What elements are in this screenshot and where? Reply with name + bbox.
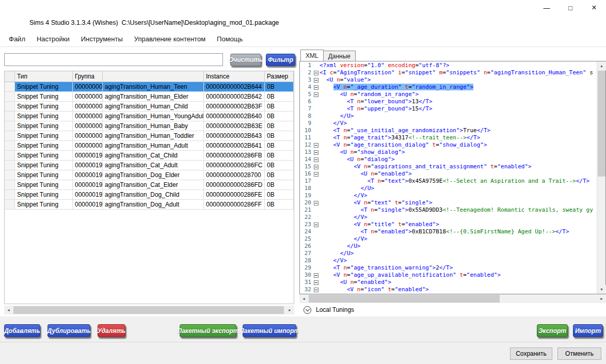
fold-toggle-icon[interactable] <box>314 172 318 177</box>
filter-button[interactable]: Фильтр <box>266 54 295 66</box>
tab-xml[interactable]: XML <box>300 50 324 61</box>
column-header-Размер[interactable]: Размер <box>265 71 294 82</box>
scroll-left-icon[interactable]: ◄ <box>4 306 13 314</box>
export-button[interactable]: Экспорт <box>537 324 568 337</box>
code-text[interactable]: </U> <box>320 243 597 250</box>
fold-toggle-icon[interactable] <box>314 150 318 155</box>
fold-toggle-icon[interactable] <box>314 157 318 162</box>
code-text[interactable]: </V> <box>320 235 597 243</box>
code-text[interactable]: <V n="age_up_available_notification" t="… <box>320 272 597 279</box>
fold-toggle-icon[interactable] <box>314 85 318 90</box>
save-button[interactable]: Сохранить <box>510 347 552 360</box>
table-row[interactable]: Snippet Tuning00000019agingTransition_Ca… <box>5 151 294 161</box>
fold-toggle-icon[interactable] <box>314 280 318 285</box>
duplicate-button[interactable]: Дублировать <box>47 324 90 337</box>
scrollbar-thumb[interactable] <box>309 295 500 303</box>
table-row[interactable]: Snippet Tuning00000019agingTransition_Ca… <box>5 180 294 190</box>
code-text[interactable]: <U n="enabled"> <box>320 279 597 286</box>
table-row[interactable]: Snippet Tuning00000019agingTransition_Ca… <box>5 161 294 170</box>
xml-editor[interactable]: 1<?xml version="1.0" encoding="utf-8"?>2… <box>299 61 606 294</box>
table-row[interactable]: Snippet Tuning00000019agingTransition_Do… <box>5 200 294 210</box>
code-text[interactable]: </U> <box>320 113 597 120</box>
delete-button[interactable]: Удалять <box>98 324 125 337</box>
code-text[interactable]: <U n="value"> <box>320 76 597 84</box>
batch-import-button[interactable]: Пакетный импорт <box>243 324 296 337</box>
code-text[interactable]: <V n="title" t="enabled"> <box>320 221 597 228</box>
fold-toggle-icon[interactable] <box>314 143 318 148</box>
fold-toggle-icon[interactable] <box>314 92 318 97</box>
menu-item-1[interactable]: Файл <box>3 34 31 44</box>
code-text[interactable]: </V> <box>320 192 597 199</box>
scroll-down-icon[interactable]: ▼ <box>597 285 606 294</box>
tab-данные[interactable]: Данные <box>323 51 356 61</box>
table-horizontal-scrollbar[interactable]: ◄ ► <box>4 306 294 314</box>
table-row[interactable]: Snippet Tuning00000000agingTransition_Hu… <box>5 102 294 112</box>
menu-item-5[interactable]: Помощь <box>211 34 248 44</box>
fold-toggle-icon[interactable] <box>314 288 318 292</box>
code-text[interactable]: <T n="age_trait">34317<!--trait_teen--><… <box>320 134 597 141</box>
code-text[interactable]: <T n="single">0x55AD9DD3<!--Teenagedom! … <box>320 207 597 214</box>
code-text[interactable]: <T n="age_transition_warning">2</T> <box>320 264 597 272</box>
local-tunings-expander[interactable]: Local Tunings <box>299 304 606 316</box>
scroll-right-icon[interactable]: ► <box>285 306 294 314</box>
menu-item-4[interactable]: Управление контентом <box>129 34 211 44</box>
editor-horizontal-scrollbar[interactable]: ◄ ► <box>299 294 606 303</box>
code-text[interactable]: <V n="text" t="single"> <box>320 199 597 207</box>
cancel-button[interactable]: Отменить <box>557 347 601 360</box>
scrollbar-thumb[interactable] <box>13 306 284 314</box>
batch-export-button[interactable]: Пакетный экспорт <box>180 324 236 337</box>
import-button[interactable]: Импорт <box>573 324 603 337</box>
menu-item-2[interactable]: Настройки <box>31 34 75 44</box>
code-text[interactable]: <T n="lower_bound">13</T> <box>320 98 597 105</box>
code-area[interactable]: 1<?xml version="1.0" encoding="utf-8"?>2… <box>300 61 597 294</box>
fold-toggle-icon[interactable] <box>314 165 318 169</box>
fold-toggle-icon[interactable] <box>314 78 318 83</box>
table-row[interactable]: Snippet Tuning00000000agingTransition_Hu… <box>5 82 294 92</box>
code-text[interactable]: </U> <box>320 250 597 257</box>
code-text[interactable]: </V> <box>320 214 597 221</box>
table-row[interactable]: Snippet Tuning00000000agingTransition_Hu… <box>5 131 294 141</box>
code-text[interactable]: <T n="enabled">0xB1CD7B18<!--{0.SimFirst… <box>320 228 597 235</box>
fold-toggle-icon[interactable] <box>314 201 318 205</box>
fold-toggle-icon[interactable] <box>314 223 318 227</box>
table-row[interactable]: Snippet Tuning00000000agingTransition_Hu… <box>5 141 294 151</box>
column-header-Группа[interactable]: Группа <box>73 71 103 82</box>
code-text[interactable]: <?xml version="1.0" encoding="utf-8"?> <box>320 62 597 69</box>
code-text[interactable]: <T n="_use_initial_age_randomization">Tr… <box>320 127 597 134</box>
fold-toggle-icon[interactable] <box>314 273 318 278</box>
table-row[interactable]: Snippet Tuning00000019agingTransition_Do… <box>5 190 294 200</box>
column-header-Instance[interactable]: Instance <box>204 71 265 82</box>
code-text[interactable]: <U n="enabled"> <box>320 170 597 178</box>
code-text[interactable]: <V n="_age_duration" t="random_in_range"… <box>320 84 597 91</box>
code-text[interactable]: <T n="upper_bound">15</T> <box>320 105 597 113</box>
clear-button[interactable]: Очистить <box>230 54 261 66</box>
table-row[interactable]: Snippet Tuning00000019agingTransition_Do… <box>5 170 294 180</box>
code-text[interactable]: <V n="age_transition_dialog" t="show_dia… <box>320 141 597 149</box>
fold-toggle-icon[interactable] <box>314 71 318 75</box>
code-text[interactable]: <I c="AgingTransition" i="snippet" m="sn… <box>320 69 597 76</box>
editor-vertical-scrollbar[interactable]: ▲ ▼ <box>597 61 605 294</box>
table-row[interactable]: Snippet Tuning00000000agingTransition_Hu… <box>5 92 294 102</box>
close-button[interactable]: × <box>582 0 606 15</box>
code-text[interactable]: <U n="random_in_range"> <box>320 91 597 98</box>
code-text[interactable]: <U n="show_dialog"> <box>320 149 597 156</box>
scroll-right-icon[interactable]: ► <box>597 294 606 303</box>
code-text[interactable]: <U n="dialog"> <box>320 156 597 163</box>
search-input[interactable] <box>4 53 223 66</box>
code-text[interactable]: </V> <box>320 257 597 264</box>
scrollbar-thumb[interactable] <box>598 71 605 177</box>
scroll-left-icon[interactable]: ◄ <box>299 294 308 303</box>
menu-item-3[interactable]: Инструменты <box>75 34 129 44</box>
code-text[interactable]: </U> <box>320 185 597 192</box>
column-header-name[interactable] <box>103 71 204 82</box>
table-row[interactable]: Snippet Tuning00000000agingTransition_Hu… <box>5 121 294 131</box>
code-text[interactable]: <V n="aspirations_and_trait_assignment" … <box>320 163 597 170</box>
scroll-up-icon[interactable]: ▲ <box>597 61 606 70</box>
column-header-Тип[interactable]: Тип <box>15 71 73 82</box>
maximize-button[interactable]: □ <box>559 0 582 15</box>
add-button[interactable]: Добавлять <box>4 324 40 337</box>
code-text[interactable]: <T n="text">0x45A9759E<!--Select an Aspi… <box>320 178 597 185</box>
code-text[interactable]: </V> <box>320 120 597 127</box>
table-row[interactable]: Snippet Tuning00000000agingTransition_Hu… <box>5 112 294 121</box>
minimize-button[interactable]: — <box>535 0 559 15</box>
